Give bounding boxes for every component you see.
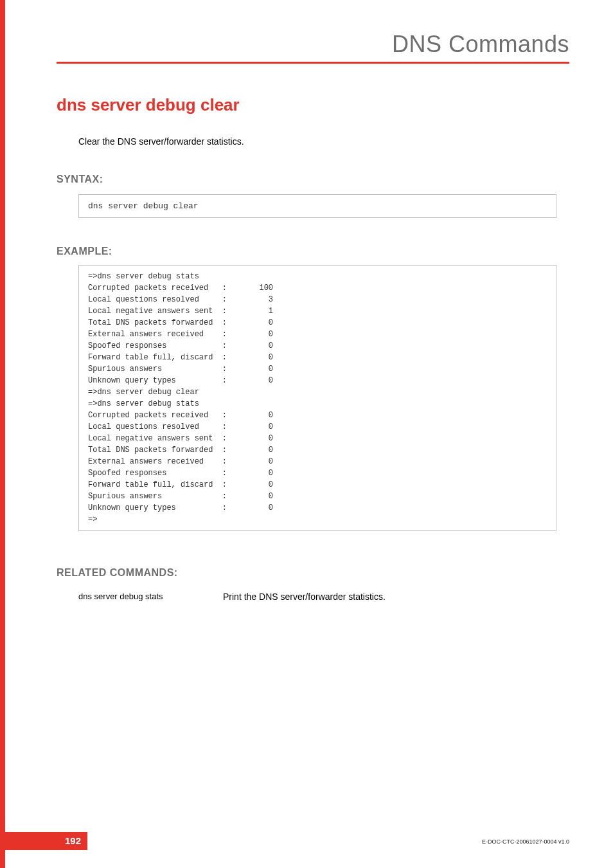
command-title: dns server debug clear	[57, 95, 240, 115]
header-rule	[57, 62, 569, 64]
related-command-name: dns server debug stats	[78, 592, 223, 602]
command-description: Clear the DNS server/forwarder statistic…	[78, 136, 244, 147]
syntax-heading: SYNTAX:	[57, 174, 103, 185]
chapter-header: DNS Commands	[392, 31, 569, 58]
syntax-code-block: dns server debug clear	[78, 194, 556, 218]
related-command-desc: Print the DNS server/forwarder statistic…	[223, 592, 386, 602]
doc-id: E-DOC-CTC-20061027-0004 v1.0	[482, 838, 569, 845]
page-number: 192	[65, 835, 81, 846]
page-number-stripe: 192	[0, 832, 87, 850]
example-code-block: =>dns server debug stats Corrupted packe…	[78, 265, 556, 531]
related-command-row: dns server debug stats Print the DNS ser…	[78, 592, 556, 602]
related-heading: RELATED COMMANDS:	[57, 567, 178, 579]
example-heading: EXAMPLE:	[57, 246, 112, 257]
left-margin-stripe	[0, 0, 5, 868]
